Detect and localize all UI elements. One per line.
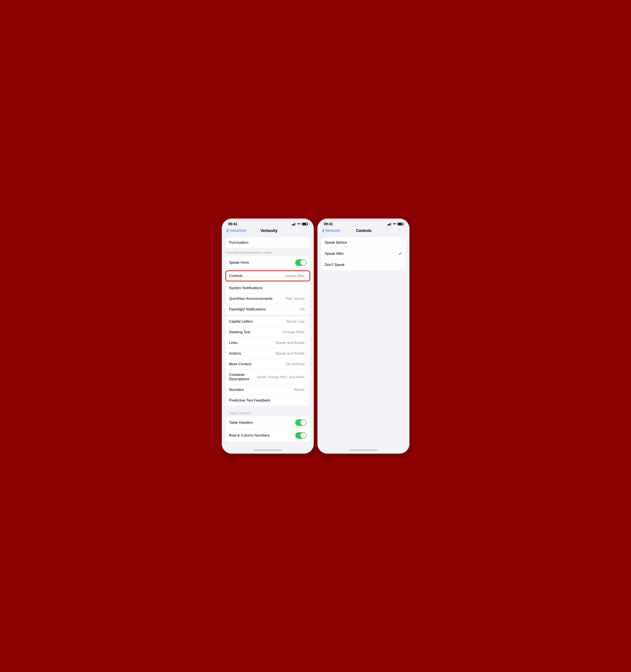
links-label: Links [229,341,275,345]
right-status-icons [387,222,403,226]
punctuation-item[interactable]: Punctuation › [226,237,310,248]
left-content: Punctuation › Customize how punctuation … [222,235,313,448]
controls-highlighted: Controls Speak After › [226,271,310,281]
numbers-value: Words [294,388,305,392]
predictive-text-chevron: › [306,399,307,402]
controls-chevron: › [306,274,307,278]
system-notifications-chevron: › [306,286,307,290]
capital-letters-chevron: › [306,320,307,323]
quicknav-label: QuickNav Announcements [229,296,286,301]
row-column-item[interactable]: Row & Column Numbers [226,429,310,442]
wifi-icon [297,222,300,226]
links-chevron: › [306,341,307,344]
speak-hints-toggle[interactable] [295,259,307,266]
quicknav-value: Play Sound [286,296,305,301]
dont-speak-item[interactable]: Don't Speak [321,260,406,270]
table-headers-item[interactable]: Table Headers [226,416,310,429]
punctuation-label: Punctuation [229,240,306,245]
system-notifications-item[interactable]: System Notifications › [226,283,310,293]
quicknav-chevron: › [306,297,307,301]
table-headers-toggle[interactable] [295,419,307,426]
right-content: Speak Before Speak After ✓ Don't Speak [318,235,409,448]
container-desc-value: Speak, Change Pitch, and Braille [257,375,305,379]
more-content-value: Do Nothing [286,362,305,366]
controls-options-group: Speak Before Speak After ✓ Don't Speak [321,237,406,270]
row-column-label: Row & Column Numbers [229,433,295,438]
numbers-chevron: › [306,388,307,391]
speak-before-label: Speak Before [325,240,402,245]
container-desc-item[interactable]: Container Descriptions Speak, Change Pit… [226,369,310,385]
punctuation-group: Punctuation › [226,237,310,248]
predictive-text-label: Predictive Text Feedback [229,398,306,403]
capital-letters-label: Capital Letters [229,319,286,324]
controls-group: Controls Speak After › [226,271,310,281]
flashlight-label: Flashlight Notifications [229,307,300,312]
links-item[interactable]: Links Speak and Braille › [226,338,310,348]
speak-before-item[interactable]: Speak Before [321,237,406,248]
left-phone: 09:41 VoiceOver Verbosity [222,219,313,453]
system-notifications-label: System Notifications [229,286,306,290]
links-value: Speak and Braille [275,341,305,345]
speak-after-item[interactable]: Speak After ✓ [321,248,406,260]
container-desc-chevron: › [306,375,307,379]
controls-item[interactable]: Controls Speak After › [226,271,310,281]
left-back-label: VoiceOver [229,229,246,233]
actions-item[interactable]: Actions Speak and Braille › [226,348,310,359]
right-time: 09:41 [324,222,333,226]
capital-letters-item[interactable]: Capital Letters Speak Cap › [226,316,310,327]
left-time: 09:41 [228,222,237,226]
punctuation-footer: Customize how punctuation is output. [222,249,313,256]
predictive-text-item[interactable]: Predictive Text Feedback › [226,395,310,406]
flashlight-item[interactable]: Flashlight Notifications On › [226,304,310,315]
actions-label: Actions [229,351,275,356]
left-back-button[interactable]: VoiceOver [226,229,246,233]
actions-value: Speak and Braille [275,351,305,356]
row-column-toggle[interactable] [295,432,307,439]
flashlight-value: On [299,307,305,312]
dont-speak-label: Don't Speak [325,263,402,267]
left-status-bar: 09:41 [222,219,313,227]
left-home-indicator [254,450,282,451]
deleting-text-item[interactable]: Deleting Text Change Pitch › [226,327,310,338]
left-nav-bar: VoiceOver Verbosity [222,227,313,235]
more-content-item[interactable]: More Content Do Nothing › [226,359,310,369]
right-battery-icon [397,223,403,225]
watermark: GadgetHacks.com [382,449,407,452]
speak-hints-item[interactable]: Speak Hints [226,256,310,269]
right-wifi-icon [393,222,396,226]
controls-label: Controls [229,274,285,278]
main-container: 09:41 VoiceOver Verbosity [220,217,411,455]
right-back-button[interactable]: Verbosity [322,229,340,233]
deleting-text-label: Deleting Text [229,330,282,334]
right-nav-title: Controls [356,229,372,233]
deleting-text-chevron: › [306,331,307,334]
speak-after-label: Speak After [325,251,398,256]
right-home-indicator [349,450,378,451]
table-output-group: Table Headers Row & Column Numbers [226,416,310,442]
capital-letters-value: Speak Cap [286,319,305,324]
container-desc-label: Container Descriptions [229,373,257,381]
more-content-chevron: › [306,362,307,366]
notifications-group: System Notifications › QuickNav Announce… [226,283,310,315]
controls-value: Speak After [285,274,305,278]
speak-after-checkmark: ✓ [398,251,402,256]
right-back-label: Verbosity [325,229,340,233]
numbers-item[interactable]: Numbers Words › [226,385,310,395]
quicknav-item[interactable]: QuickNav Announcements Play Sound › [226,293,310,304]
speak-hints-label: Speak Hints [229,261,295,265]
left-nav-title: Verbosity [261,229,277,233]
battery-icon [302,223,307,225]
right-status-bar: 09:41 [318,219,409,227]
more-content-label: More Content [229,362,286,366]
signal-icon [292,223,296,225]
actions-chevron: › [306,352,307,355]
right-nav-bar: Verbosity Controls [318,227,409,235]
numbers-label: Numbers [229,388,294,392]
extras-group: Capital Letters Speak Cap › Deleting Tex… [226,316,310,406]
table-output-header: TABLE OUTPUT [222,407,313,416]
left-status-icons [292,222,307,226]
speak-hints-group: Speak Hints [226,256,310,269]
flashlight-chevron: › [306,308,307,311]
table-headers-label: Table Headers [229,421,295,425]
right-signal-icon [387,223,391,225]
